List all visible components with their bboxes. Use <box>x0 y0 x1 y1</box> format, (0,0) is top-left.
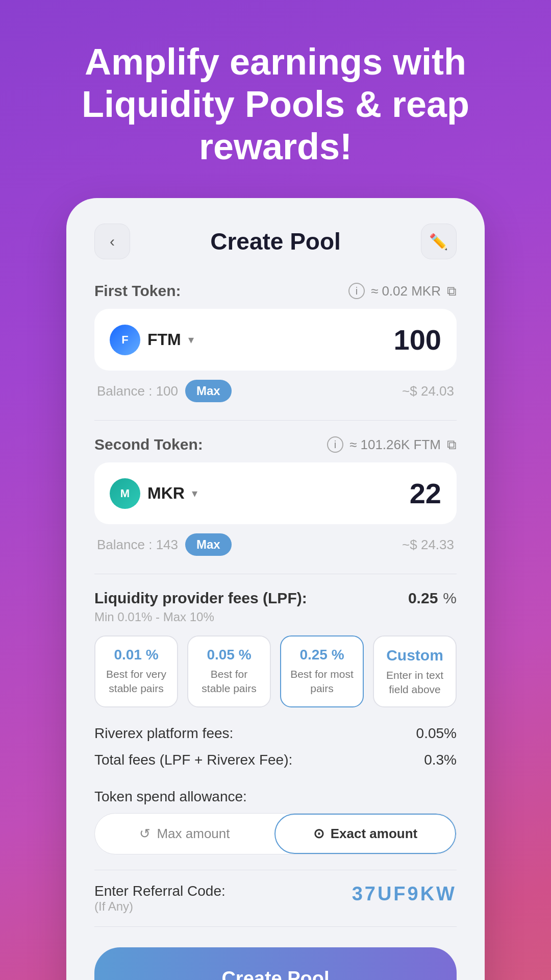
first-token-usd: ~$ 24.03 <box>402 383 454 399</box>
second-token-label-row: Second Token: i ≈ 101.26K FTM ⧉ <box>94 436 457 453</box>
second-token-balance-text: Balance : 143 <box>97 537 178 553</box>
fee-options: 0.01 % Best for very stable pairs 0.05 %… <box>94 635 457 707</box>
second-token-usd: ~$ 24.33 <box>402 537 454 553</box>
first-token-chevron: ▾ <box>188 333 194 347</box>
total-fee-value: 0.3% <box>424 752 457 768</box>
create-pool-button[interactable]: Create Pool <box>94 947 457 980</box>
platform-fee-row: Riverex platform fees: 0.05% <box>94 720 457 747</box>
info-icon-2: i <box>327 436 343 453</box>
second-token-selector[interactable]: M MKR ▾ <box>110 478 197 509</box>
second-token-label: Second Token: <box>94 436 203 453</box>
second-token-balance-row: Balance : 143 Max ~$ 24.33 <box>94 533 457 556</box>
fee-option-025-desc: Best for most pairs <box>289 667 355 695</box>
exact-amount-icon: ⊙ <box>313 826 324 842</box>
fee-option-custom-desc: Enter in text field above <box>382 668 448 696</box>
second-token-section: Second Token: i ≈ 101.26K FTM ⧉ M MKR ▾ … <box>94 436 457 556</box>
edit-button[interactable]: ✏️ <box>421 224 457 259</box>
ftm-icon: F <box>110 325 140 355</box>
fee-option-001[interactable]: 0.01 % Best for very stable pairs <box>94 635 178 707</box>
copy-icon-first[interactable]: ⧉ <box>447 283 457 299</box>
first-token-balance-text: Balance : 100 <box>97 383 178 399</box>
fee-option-001-value: 0.01 % <box>114 647 158 663</box>
max-amount-icon: ↺ <box>139 826 151 842</box>
platform-fee-label: Riverex platform fees: <box>94 725 233 742</box>
fees-section: Liquidity provider fees (LPF): % Min 0.0… <box>94 590 457 773</box>
fee-input-row: % <box>397 590 457 607</box>
fee-option-custom-value: Custom <box>386 647 443 664</box>
second-token-input-box: M MKR ▾ 22 <box>94 462 457 524</box>
first-token-symbol: FTM <box>147 330 181 349</box>
divider-2 <box>94 574 457 574</box>
second-token-chevron: ▾ <box>192 487 197 500</box>
max-amount-label: Max amount <box>157 826 230 842</box>
second-token-amount[interactable]: 22 <box>410 477 441 510</box>
allowance-toggle: ↺ Max amount ⊙ Exact amount <box>94 813 457 854</box>
second-token-max-button[interactable]: Max <box>185 533 232 556</box>
referral-label: Enter Referral Code: <box>94 883 226 899</box>
allowance-section: Token spend allowance: ↺ Max amount ⊙ Ex… <box>94 789 457 854</box>
fee-subtext: Min 0.01% - Max 10% <box>94 610 457 624</box>
first-token-balance: Balance : 100 Max <box>97 380 232 402</box>
second-token-balance: Balance : 143 Max <box>97 533 232 556</box>
divider-1 <box>94 420 457 421</box>
fee-option-005-value: 0.05 % <box>207 647 251 663</box>
copy-icon-second[interactable]: ⧉ <box>447 437 457 453</box>
second-token-equiv: i ≈ 101.26K FTM ⧉ <box>327 436 457 453</box>
referral-sublabel: (If Any) <box>94 899 226 914</box>
total-fee-label: Total fees (LPF + Riverex Fee): <box>94 752 292 768</box>
first-token-balance-row: Balance : 100 Max ~$ 24.03 <box>94 380 457 402</box>
first-token-input-box: F FTM ▾ 100 <box>94 309 457 371</box>
fee-option-025-value: 0.25 % <box>299 647 344 663</box>
back-button[interactable]: ‹ <box>94 224 130 259</box>
info-icon: i <box>348 283 365 299</box>
fee-option-005-desc: Best for stable pairs <box>196 667 262 695</box>
main-card: ‹ Create Pool ✏️ First Token: i ≈ 0.02 M… <box>66 198 485 980</box>
page-title: Create Pool <box>210 228 341 255</box>
referral-labels: Enter Referral Code: (If Any) <box>94 883 226 914</box>
hero-text: Amplify earnings with Liquidity Pools & … <box>31 41 520 167</box>
fee-option-005[interactable]: 0.05 % Best for stable pairs <box>187 635 271 707</box>
first-token-label-row: First Token: i ≈ 0.02 MKR ⧉ <box>94 282 457 300</box>
first-token-max-button[interactable]: Max <box>185 380 232 402</box>
second-token-symbol: MKR <box>147 484 185 503</box>
fee-percent-symbol: % <box>443 590 457 607</box>
first-token-label: First Token: <box>94 282 181 300</box>
referral-code[interactable]: 37UF9KW <box>352 883 457 905</box>
mkr-icon: M <box>110 478 140 509</box>
first-token-amount[interactable]: 100 <box>394 323 441 356</box>
fee-input[interactable] <box>397 590 438 607</box>
max-amount-option[interactable]: ↺ Max amount <box>95 814 274 854</box>
exact-amount-option[interactable]: ⊙ Exact amount <box>274 814 456 854</box>
first-token-selector[interactable]: F FTM ▾ <box>110 325 194 355</box>
card-header: ‹ Create Pool ✏️ <box>94 224 457 259</box>
first-token-equiv-value: ≈ 0.02 MKR <box>371 283 441 299</box>
fee-option-custom[interactable]: Custom Enter in text field above <box>373 635 457 707</box>
fee-header-row: Liquidity provider fees (LPF): % <box>94 590 457 607</box>
first-token-equiv: i ≈ 0.02 MKR ⧉ <box>348 283 457 299</box>
first-token-section: First Token: i ≈ 0.02 MKR ⧉ F FTM ▾ 100 … <box>94 282 457 402</box>
second-token-equiv-value: ≈ 101.26K FTM <box>349 437 441 453</box>
total-fee-row: Total fees (LPF + Riverex Fee): 0.3% <box>94 747 457 773</box>
referral-section: Enter Referral Code: (If Any) 37UF9KW <box>94 870 457 927</box>
fee-option-025[interactable]: 0.25 % Best for most pairs <box>280 635 364 707</box>
fee-label: Liquidity provider fees (LPF): <box>94 590 307 607</box>
exact-amount-label: Exact amount <box>331 826 418 842</box>
platform-fee-value: 0.05% <box>416 725 457 742</box>
allowance-label: Token spend allowance: <box>94 789 457 805</box>
fee-option-001-desc: Best for very stable pairs <box>103 667 169 695</box>
